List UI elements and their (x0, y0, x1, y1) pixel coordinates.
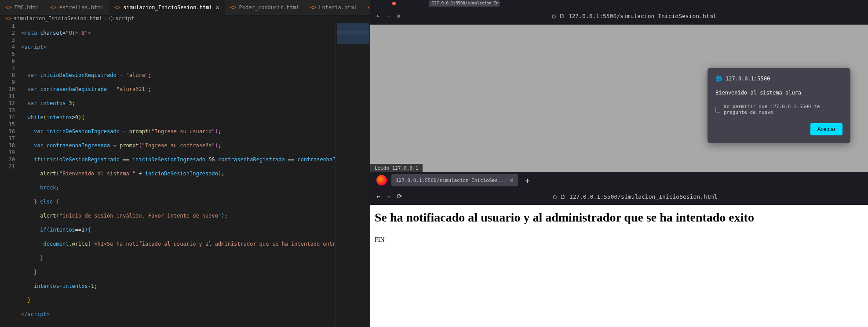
url-bar[interactable]: ◯ 🗋 127.0.0.1:5500/simulacion_InicioSesi… (407, 13, 862, 19)
breadcrumb-symbol: script (115, 15, 134, 22)
browser-tab[interactable]: 127.0.0.1:5500/simulacion_Inic... (429, 0, 500, 7)
tab-label: estrellas.html (59, 4, 104, 11)
breadcrumb-file: simulacion_InicioSesion.html (13, 15, 102, 22)
browser-titlebar: 127.0.0.1:5500/simulacion_Inic... (370, 0, 868, 7)
chevron-right-icon: › (104, 15, 107, 22)
close-icon[interactable]: ✕ (397, 12, 401, 20)
html-file-icon: <> (310, 4, 316, 11)
tab-label: Loteria.html (319, 4, 357, 11)
forward-icon[interactable]: → (387, 193, 390, 200)
browser-window-result: 127.0.0.1:5500/simulacion_InicioSes... ×… (370, 172, 868, 327)
tab-estrellas[interactable]: <>estrellas.html (45, 0, 109, 15)
tab-label: Poder_conducir.html (239, 4, 299, 11)
html-file-icon: <> (50, 4, 56, 11)
checkbox-icon[interactable] (715, 107, 720, 113)
html-file-icon: <> (230, 4, 236, 11)
reload-icon[interactable]: ⟳ (397, 193, 402, 200)
html-file-icon: <> (114, 4, 120, 11)
vscode-editor-pane: <>IMC.html <>estrellas.html <>simulacion… (0, 0, 370, 327)
tab-loteria[interactable]: <>Loteria.html (305, 0, 362, 15)
page-heading: Se ha notifiacado al usuario y al admini… (375, 210, 864, 225)
shield-icon: ◯ (552, 13, 556, 19)
symbol-icon: ⬡ (109, 15, 113, 22)
url-bar[interactable]: ◯ 🗋 127.0.0.1:5500/simulacion_InicioSesi… (408, 193, 862, 200)
page-body-text: FIN (375, 236, 864, 243)
accept-button[interactable]: Aceptar (810, 123, 842, 135)
firefox-icon[interactable] (376, 175, 387, 185)
tab-label: 127.0.0.1:5500/simulacion_InicioSes... (396, 178, 507, 183)
tab-label: IMC.html (14, 4, 40, 11)
tab-poder-conducir[interactable]: <>Poder_conducir.html (225, 0, 305, 15)
url-text: 127.0.0.1:5500/simulacion_InicioSesion.h… (569, 193, 718, 200)
url-text: 127.0.0.1:5500/simulacion_InicioSesion.h… (569, 13, 717, 19)
dialog-message: Bienvenido al sistema alura (715, 90, 842, 96)
new-tab-icon[interactable]: + (522, 176, 532, 185)
browser-area: 127.0.0.1:5500/simulacion_Inic... ← → ✕ … (370, 0, 868, 327)
editor-tabs: <>IMC.html <>estrellas.html <>simulacion… (0, 0, 370, 15)
status-badge: Leído 127.0.0.1 (370, 164, 423, 172)
breadcrumb[interactable]: <> simulacion_InicioSesion.html › ⬡ scri… (0, 15, 370, 22)
lock-icon: 🗋 (560, 193, 566, 200)
js-alert-dialog: 🌐 127.0.0.1:5500 Bienvenido al sistema a… (708, 68, 850, 143)
close-icon[interactable]: × (216, 4, 219, 11)
tab-simulacion[interactable]: <>simulacion_InicioSesion.html× (109, 0, 225, 15)
dialog-origin: 🌐 127.0.0.1:5500 (715, 76, 842, 82)
html-file-icon: <> (5, 15, 11, 22)
tab-label: simulacion_InicioSesion.html (123, 4, 212, 11)
tab-imc[interactable]: <>IMC.html (0, 0, 45, 15)
browser-viewport: 🌐 127.0.0.1:5500 Bienvenido al sistema a… (370, 25, 868, 172)
browser-tab[interactable]: 127.0.0.1:5500/simulacion_InicioSes... × (391, 174, 518, 186)
back-icon[interactable]: ← (376, 12, 380, 20)
checkbox-label: No permitir que 127.0.0.1:5500 te pregun… (724, 104, 842, 115)
code-content[interactable]: <meta charset="UTF-8"> <script> var inic… (21, 22, 335, 327)
code-editor[interactable]: 123456789101112131415161718192021 <meta … (0, 22, 370, 327)
forward-icon[interactable]: → (387, 12, 390, 20)
browser-window-dialog: 127.0.0.1:5500/simulacion_Inic... ← → ✕ … (370, 0, 868, 172)
line-number-gutter: 123456789101112131415161718192021 (0, 22, 21, 327)
browser-tabbar: 127.0.0.1:5500/simulacion_InicioSes... ×… (370, 172, 868, 188)
browser-toolbar: ← → ✕ ◯ 🗋 127.0.0.1:5500/simulacion_Inic… (370, 7, 868, 25)
html-file-icon: <> (5, 4, 11, 11)
back-icon[interactable]: ← (376, 193, 380, 200)
page-content: Se ha notifiacado al usuario y al admini… (370, 205, 868, 327)
window-close-icon[interactable] (392, 2, 396, 5)
close-icon[interactable]: × (510, 177, 514, 184)
dialog-checkbox-row[interactable]: No permitir que 127.0.0.1:5500 te pregun… (715, 104, 842, 115)
minimap[interactable] (335, 22, 370, 327)
globe-icon: 🌐 (715, 76, 722, 82)
minimap-viewport (337, 23, 369, 44)
shield-icon: ◯ (553, 193, 557, 200)
lock-icon: 🗋 (559, 13, 565, 19)
browser-toolbar: ← → ⟳ ◯ 🗋 127.0.0.1:5500/simulacion_Inic… (370, 188, 868, 205)
